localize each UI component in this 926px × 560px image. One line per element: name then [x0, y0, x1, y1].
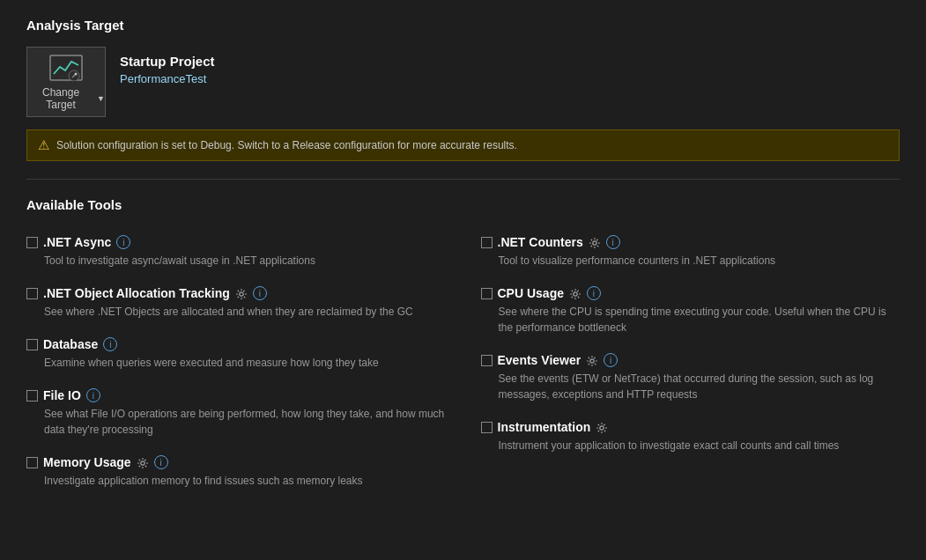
tool-header: Instrumentation [481, 420, 900, 434]
target-icon [48, 53, 84, 83]
gear-icon[interactable] [586, 353, 598, 367]
svg-point-6 [593, 241, 596, 245]
svg-point-3 [75, 73, 78, 76]
tool-checkbox-1-tools-right[interactable] [481, 288, 493, 299]
warning-banner: ⚠ Solution configuration is set to Debug… [26, 129, 900, 161]
info-icon[interactable]: i [103, 337, 117, 351]
tool-header: Events Viewer i [481, 353, 900, 367]
tool-header: .NET Counters i [481, 235, 900, 249]
project-name: PerformanceTest [120, 72, 215, 85]
tool-item: File IOi See what File I/O operations ar… [26, 379, 446, 446]
tool-name: Events Viewer [498, 353, 582, 367]
tool-description: See where .NET Objects are allocated and… [26, 304, 446, 320]
gear-icon[interactable] [235, 286, 248, 300]
main-container: Analysis Target Change Target ▼ [0, 0, 926, 524]
tool-item: Databasei Examine when queries were exec… [26, 328, 446, 379]
gear-icon[interactable] [137, 455, 149, 469]
tool-header: File IOi [26, 388, 446, 402]
info-icon[interactable]: i [154, 455, 168, 469]
startup-project-label: Startup Project [120, 54, 215, 69]
tools-right-column: .NET Counters i Tool to visualize perfor… [481, 226, 900, 497]
svg-point-9 [600, 426, 604, 430]
info-icon[interactable]: i [116, 235, 130, 249]
tool-checkbox-0-tools-right[interactable] [481, 237, 493, 248]
tool-header: Databasei [26, 337, 446, 351]
info-icon[interactable]: i [606, 235, 620, 249]
change-target-label: Change Target [27, 86, 94, 111]
tool-description: Investigate application memory to find i… [26, 473, 446, 489]
info-icon[interactable]: i [587, 286, 601, 300]
gear-icon[interactable] [589, 235, 601, 249]
tool-name: Memory Usage [43, 455, 131, 469]
svg-point-5 [140, 461, 144, 465]
tool-checkbox-4-tools-left[interactable] [26, 457, 38, 468]
tools-grid: .NET Asynci Tool to investigate async/aw… [26, 226, 900, 497]
warning-text: Solution configuration is set to Debug. … [56, 139, 517, 151]
tool-description: See what File I/O operations are being p… [26, 406, 446, 438]
svg-point-4 [240, 292, 243, 296]
tool-description: Tool to investigate async/await usage in… [26, 253, 446, 269]
target-info: Startup Project PerformanceTest [120, 47, 215, 85]
tool-checkbox-1-tools-left[interactable] [26, 288, 38, 299]
tool-checkbox-2-tools-left[interactable] [26, 339, 38, 350]
tool-checkbox-0-tools-left[interactable] [26, 237, 38, 248]
tool-header: CPU Usage i [481, 286, 900, 300]
svg-point-7 [574, 292, 577, 296]
analysis-target-section: Analysis Target Change Target ▼ [26, 18, 900, 161]
change-target-dropdown-icon: ▼ [97, 94, 105, 103]
tool-item: .NET Counters i Tool to visualize perfor… [481, 226, 900, 277]
info-icon[interactable]: i [253, 286, 267, 300]
gear-icon[interactable] [596, 420, 608, 434]
tool-name: .NET Object Allocation Tracking [43, 286, 230, 300]
tool-item: Memory Usage i Investigate application m… [26, 446, 446, 497]
change-target-button[interactable]: Change Target ▼ [26, 47, 106, 117]
tool-header: Memory Usage i [26, 455, 446, 469]
tools-left-column: .NET Asynci Tool to investigate async/aw… [26, 226, 446, 497]
tool-name: Database [43, 337, 98, 351]
available-tools-section: Available Tools .NET Asynci Tool to inve… [26, 197, 900, 497]
warning-icon: ⚠ [38, 137, 49, 153]
section-divider [26, 179, 900, 180]
tool-item: .NET Object Allocation Tracking i See wh… [26, 277, 446, 328]
tool-description: Examine when queries were executed and m… [26, 355, 446, 371]
tool-description: Tool to visualize performance counters i… [481, 253, 900, 269]
tool-header: .NET Object Allocation Tracking i [26, 286, 446, 300]
tool-header: .NET Asynci [26, 235, 446, 249]
info-icon[interactable]: i [86, 388, 100, 402]
gear-icon[interactable] [569, 286, 582, 300]
tool-item: Instrumentation Instrument your applicat… [481, 411, 900, 462]
tool-name: Instrumentation [498, 420, 591, 434]
info-icon[interactable]: i [604, 353, 618, 367]
analysis-target-title: Analysis Target [26, 18, 900, 33]
svg-point-8 [590, 359, 594, 363]
tool-name: CPU Usage [498, 286, 564, 300]
tool-item: .NET Asynci Tool to investigate async/aw… [26, 226, 446, 277]
tool-description: Instrument your application to investiga… [481, 438, 900, 453]
tool-description: See the events (ETW or NetTrace) that oc… [481, 371, 900, 402]
target-row: Change Target ▼ Startup Project Performa… [26, 47, 900, 117]
tool-checkbox-2-tools-right[interactable] [481, 355, 493, 366]
tool-name: File IO [43, 388, 81, 402]
available-tools-title: Available Tools [26, 197, 900, 212]
tool-checkbox-3-tools-right[interactable] [481, 422, 493, 433]
tool-description: See where the CPU is spending time execu… [481, 304, 900, 335]
tool-item: Events Viewer i See the events (ETW or N… [481, 344, 900, 411]
tool-checkbox-3-tools-left[interactable] [26, 390, 38, 402]
tool-name: .NET Async [43, 235, 111, 249]
tool-name: .NET Counters [498, 235, 583, 249]
tool-item: CPU Usage i See where the CPU is spendin… [481, 277, 900, 344]
